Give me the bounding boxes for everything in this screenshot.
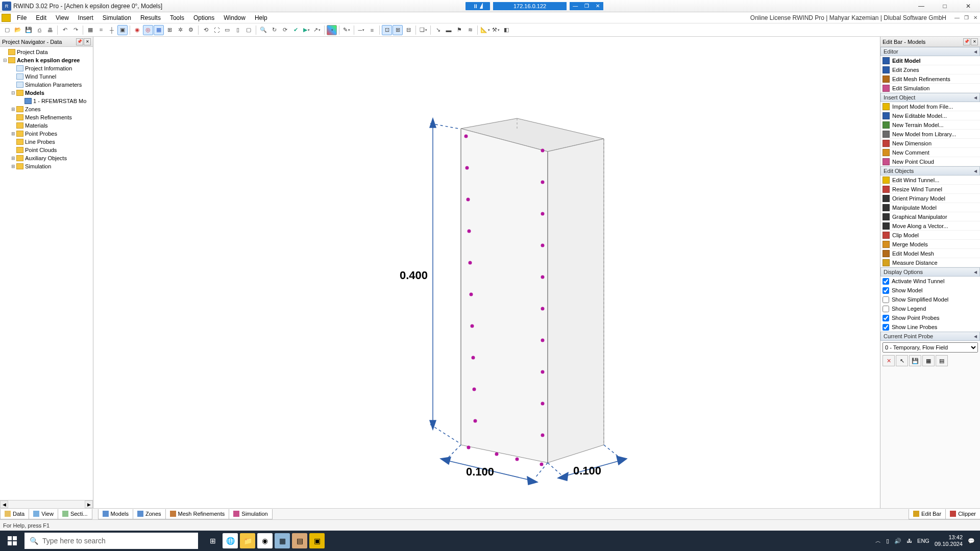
tool-probe3-icon[interactable]: ⊟ <box>403 25 413 35</box>
probe-save-button[interactable]: 💾 <box>909 355 921 366</box>
tab-simulation[interactable]: Simulation <box>229 509 272 519</box>
minimize-button[interactable]: — <box>910 0 933 12</box>
tree-item[interactable]: Simulation Parameters <box>0 81 93 89</box>
tab-editbar[interactable]: Edit Bar <box>909 509 946 519</box>
editbar-item[interactable]: New Point Cloud <box>880 157 980 166</box>
pin-icon[interactable]: 📌 <box>76 38 83 45</box>
checkbox[interactable] <box>883 296 889 303</box>
checkbox[interactable] <box>883 278 889 285</box>
editbar-item[interactable]: Resize Wind Tunnel <box>880 185 980 194</box>
tree-item[interactable]: Project Information <box>0 64 93 72</box>
app-edge-icon[interactable]: 🌐 <box>223 533 238 548</box>
expander-icon[interactable]: ⊟ <box>10 90 16 95</box>
tab-view[interactable]: View <box>29 509 58 519</box>
tool-layers-icon[interactable]: ❏ <box>418 25 428 35</box>
expander-icon[interactable]: ⊞ <box>10 156 16 161</box>
menu-results[interactable]: Results <box>136 13 165 22</box>
tool-view1-icon[interactable]: ▭ <box>222 25 232 35</box>
tree-item[interactable]: ⊟Achen k epsilon degree <box>0 56 93 64</box>
tool-select-icon[interactable]: ▣ <box>117 25 128 35</box>
close-button[interactable]: ✕ <box>957 0 980 12</box>
tool-config-icon[interactable]: ⚒ <box>491 25 501 35</box>
probe-delete-button[interactable]: ✕ <box>883 355 895 366</box>
app-generic1-icon[interactable]: ▦ <box>275 533 290 548</box>
tool-rotate-icon[interactable]: ⟲ <box>201 25 211 35</box>
tray-volume-icon[interactable]: 🔊 <box>894 538 901 544</box>
display-check[interactable]: Show Model <box>880 286 980 295</box>
menu-view[interactable]: View <box>51 13 74 22</box>
display-check[interactable]: Show Point Probes <box>880 313 980 322</box>
remote-maximize-icon[interactable]: ❐ <box>581 2 592 10</box>
remote-minimize-icon[interactable]: — <box>570 2 581 10</box>
tray-lang[interactable]: ENG <box>917 538 929 544</box>
tree-item[interactable]: Mesh Refinements <box>0 113 93 121</box>
checkbox[interactable] <box>883 306 889 312</box>
tool-reload-icon[interactable]: ⟳ <box>280 25 290 35</box>
tab-clipper[interactable]: Clipper <box>945 509 980 519</box>
viewport-canvas[interactable]: 0.400 0.100 0.100 <box>93 37 880 508</box>
tree-item[interactable]: Point Clouds <box>0 146 93 154</box>
tree-item[interactable]: ⊞Auxiliary Objects <box>0 154 93 162</box>
menu-file[interactable]: File <box>12 13 31 22</box>
tree-item[interactable]: ⊟Models <box>0 89 93 97</box>
tool-wireframe-icon[interactable]: ◉ <box>132 25 142 35</box>
tree-item[interactable]: Line Probes <box>0 138 93 146</box>
scroll-right-icon[interactable]: ▶ <box>85 500 93 508</box>
editbar-item[interactable]: Edit Wind Tunnel... <box>880 176 980 185</box>
tool-settings-icon[interactable]: ✲ <box>175 25 185 35</box>
section-display[interactable]: Display Options◀ <box>880 267 980 277</box>
editbar-item[interactable]: Orient Primary Model <box>880 194 980 203</box>
scroll-track[interactable] <box>8 500 85 508</box>
tray-network-icon[interactable]: 🖧 <box>906 538 912 544</box>
tree-item[interactable]: 1 - RFEM/RSTAB Mo <box>0 97 93 105</box>
tool-undo-icon[interactable]: ↶ <box>60 25 70 35</box>
tray-battery-icon[interactable]: ▯ <box>886 538 889 544</box>
editbar-item[interactable]: Merge Models <box>880 240 980 249</box>
tool-arrow-icon[interactable]: ↘ <box>433 25 443 35</box>
editbar-item[interactable]: New Editable Model... <box>880 111 980 120</box>
tree-item[interactable]: ⊞Simulation <box>0 162 93 170</box>
editbar-pin-icon[interactable]: 📌 <box>963 38 970 45</box>
menu-tools[interactable]: Tools <box>165 13 189 22</box>
display-check[interactable]: Show Line Probes <box>880 322 980 332</box>
tool-export-icon[interactable]: ↗ <box>312 25 322 35</box>
tool-run-icon[interactable]: ▶ <box>301 25 311 35</box>
menu-window[interactable]: Window <box>219 13 250 22</box>
scroll-left-icon[interactable]: ◀ <box>0 500 8 508</box>
tool-shaded-icon[interactable]: ◎ <box>143 25 153 35</box>
app-rwind-icon[interactable]: ▣ <box>309 533 325 548</box>
editbar-item[interactable]: Move Along a Vector... <box>880 221 980 231</box>
editbar-item[interactable]: New Dimension <box>880 139 980 148</box>
tray-clock[interactable]: 13:4209.10.2024 <box>935 534 963 547</box>
section-editobj[interactable]: Edit Objects◀ <box>880 166 980 176</box>
tab-data[interactable]: Data <box>0 509 29 519</box>
maximize-button[interactable]: □ <box>933 0 957 12</box>
tool-axes-icon[interactable]: ┼ <box>107 25 117 35</box>
expander-icon[interactable]: ⊞ <box>10 107 16 112</box>
app-chrome-icon[interactable]: ◉ <box>257 533 273 548</box>
menu-help[interactable]: Help <box>250 13 272 22</box>
tab-meshref[interactable]: Mesh Refinements <box>165 509 230 519</box>
menu-simulation[interactable]: Simulation <box>98 13 136 22</box>
remote-close-icon[interactable]: ✕ <box>592 2 603 10</box>
tree-item[interactable]: Project Data <box>0 48 93 56</box>
tool-last-icon[interactable]: ◧ <box>501 25 511 35</box>
section-editor[interactable]: Editor◀ <box>880 47 980 56</box>
editbar-item[interactable]: Import Model from File... <box>880 102 980 111</box>
tool-wind-icon[interactable]: ≋ <box>465 25 475 35</box>
tab-models[interactable]: Models <box>98 509 133 519</box>
tool-redo-icon[interactable]: ↷ <box>70 25 81 35</box>
editbar-item[interactable]: Edit Mesh Refinements <box>880 74 980 84</box>
editbar-item[interactable]: Edit Model Mesh <box>880 249 980 258</box>
tray-notifications-icon[interactable]: 💬 <box>968 538 975 544</box>
display-check[interactable]: Show Simplified Model <box>880 295 980 304</box>
navigator-tree[interactable]: Project Data⊟Achen k epsilon degreeProje… <box>0 47 93 500</box>
editbar-item[interactable]: Manipulate Model <box>880 203 980 212</box>
menu-edit[interactable]: Edit <box>31 13 51 22</box>
tool-view3-icon[interactable]: ▢ <box>243 25 254 35</box>
tool-refresh-icon[interactable]: ↻ <box>269 25 279 35</box>
mdi-restore-button[interactable]: ❐ <box>962 14 971 22</box>
tab-zones[interactable]: Zones <box>133 509 166 519</box>
probe-select[interactable]: 0 - Temporary, Flow Field <box>883 342 978 353</box>
tool-save-icon[interactable]: 💾 <box>23 25 34 35</box>
